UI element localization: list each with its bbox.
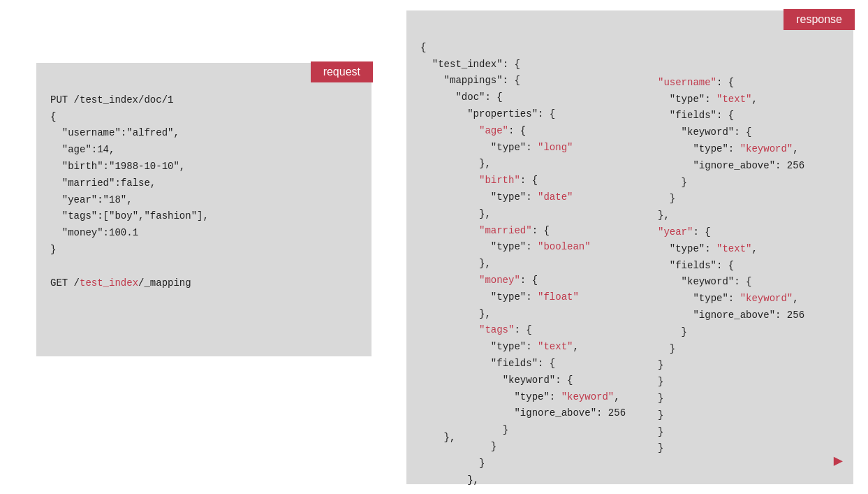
index-link[interactable]: test_index	[80, 277, 138, 289]
next-arrow[interactable]: ▶	[834, 451, 843, 470]
year-field: "year":"18",	[62, 194, 133, 205]
money-field: "money":100.1	[62, 227, 138, 238]
tags-field: "tags":["boy","fashion"],	[62, 210, 209, 221]
request-panel: request PUT /test_index/doc/1 { "usernam…	[36, 63, 372, 356]
married-field: "married":false,	[62, 177, 156, 189]
response-label: response	[784, 9, 855, 30]
birth-field: "birth":"1988-10-10",	[62, 161, 185, 172]
request-label: request	[311, 61, 373, 82]
response-right-col: "username": { "type": "text", "fields": …	[658, 58, 839, 474]
request-code: PUT /test_index/doc/1 { "username":"alfr…	[50, 75, 358, 308]
put-line: PUT /test_index/doc/1	[50, 94, 173, 106]
username-field: "username":"alfred",	[62, 127, 179, 138]
response-panel: response { "test_index": { "mappings": {…	[406, 10, 853, 484]
get-line: GET /test_index/_mapping	[50, 277, 191, 289]
close-brace: }	[50, 244, 56, 255]
age-field: "age":14,	[62, 144, 115, 155]
response-closing: },	[420, 414, 455, 463]
open-brace: {	[50, 111, 56, 122]
